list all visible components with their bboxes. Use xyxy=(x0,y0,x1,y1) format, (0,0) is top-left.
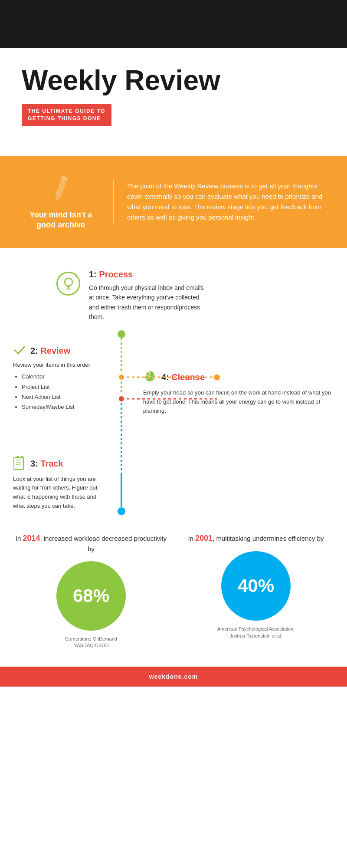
svg-rect-12 xyxy=(21,456,23,458)
svg-rect-11 xyxy=(16,456,19,458)
list-item: Project List xyxy=(22,382,104,392)
banner-divider xyxy=(113,180,114,224)
notepad-icon xyxy=(13,456,26,472)
stat1-circle: 68% xyxy=(56,561,126,631)
h-line-red xyxy=(121,398,217,400)
step2-header: 2: Review xyxy=(13,343,104,358)
step1-content: 1: Process Go through your physical inbo… xyxy=(89,270,210,322)
seg-blue1 xyxy=(121,403,122,473)
stat2-circle: 40% xyxy=(221,551,291,621)
step4-body: Empty your head so you can focus on the … xyxy=(143,388,334,415)
subtitle-line2: GETTING THINGS DONE xyxy=(28,115,105,122)
stat2-source: American Psychological Association:Joshu… xyxy=(217,626,295,639)
footer: weekdone.com xyxy=(0,667,347,687)
dot-yellow-end xyxy=(214,375,220,381)
banner-left: Your mind isn't a good archive xyxy=(22,174,100,230)
stat1-source: Cornerstone OnDemandNASDAQ:CSOD xyxy=(65,636,117,649)
step3-body: Look at your list of things you are wait… xyxy=(13,475,104,511)
step2-bullets: Calendar Project List Next Action List S… xyxy=(13,372,104,412)
svg-rect-7 xyxy=(14,457,23,470)
subtitle-line1: THE ULTIMATE GUIDE TO xyxy=(28,108,105,115)
step1-wrap: 1: Process Go through your physical inbo… xyxy=(56,270,347,322)
seg-green1 xyxy=(121,338,122,373)
top-bar xyxy=(0,0,347,48)
page-title: Weekly Review xyxy=(22,65,325,95)
timeline-left: 2: Review Review your items in this orde… xyxy=(13,330,104,515)
stat1-percent: 68% xyxy=(73,585,109,606)
step3-header: 3: Track xyxy=(13,456,104,472)
stat1: In 2014, increased workload decreased pr… xyxy=(13,533,169,649)
list-item: Calendar xyxy=(22,372,104,381)
pencil-icon xyxy=(46,174,76,206)
check-icon xyxy=(13,343,26,358)
svg-point-3 xyxy=(65,278,72,286)
step2-intro: Review your items in this order: xyxy=(13,361,104,370)
seg-green2 xyxy=(121,381,122,395)
step2-heading: 2: Review xyxy=(30,346,70,356)
step3-wrap: 3: Track Look at your list of things you… xyxy=(13,456,104,511)
step1-body: Go through your physical inbox and email… xyxy=(89,283,210,322)
h-line-yellow xyxy=(121,377,217,378)
stats-section: In 2014, increased workload decreased pr… xyxy=(0,515,347,658)
stat2-percent: 40% xyxy=(238,575,274,596)
list-item: Someday/Maybe List xyxy=(22,402,104,412)
step1-heading: 1: Process xyxy=(89,270,210,279)
footer-url: weekdone.com xyxy=(149,673,198,680)
step3-heading: 3: Track xyxy=(30,459,63,469)
stat2: In 2001, multitasking undermines efficie… xyxy=(178,533,334,639)
orange-banner: Your mind isn't a good archive The point… xyxy=(0,156,347,248)
stat2-text: In 2001, multitasking undermines efficie… xyxy=(188,533,324,544)
timeline-right: 4: Cleanse Empty your head so you can fo… xyxy=(139,330,334,515)
header-section: Weekly Review THE ULTIMATE GUIDE TO GETT… xyxy=(0,48,347,156)
list-item: Next Action List xyxy=(22,392,104,402)
banner-right: The point of the Weekly Review process i… xyxy=(127,181,325,223)
step1-icon xyxy=(56,272,80,296)
banner-right-text: The point of the Weekly Review process i… xyxy=(127,181,325,223)
dot-green-top xyxy=(118,330,125,338)
timeline-center xyxy=(104,330,139,515)
subtitle-badge: THE ULTIMATE GUIDE TO GETTING THINGS DON… xyxy=(22,104,111,126)
step2-wrap: 2: Review Review your items in this orde… xyxy=(13,343,104,412)
banner-left-text: Your mind isn't a good archive xyxy=(22,210,100,230)
svg-rect-4 xyxy=(67,286,70,287)
timeline: 2: Review Review your items in this orde… xyxy=(0,330,347,515)
seg-blue-solid xyxy=(121,473,122,507)
stat1-text: In 2014, increased workload decreased pr… xyxy=(13,533,169,554)
dot-blue-bottom xyxy=(118,507,125,515)
